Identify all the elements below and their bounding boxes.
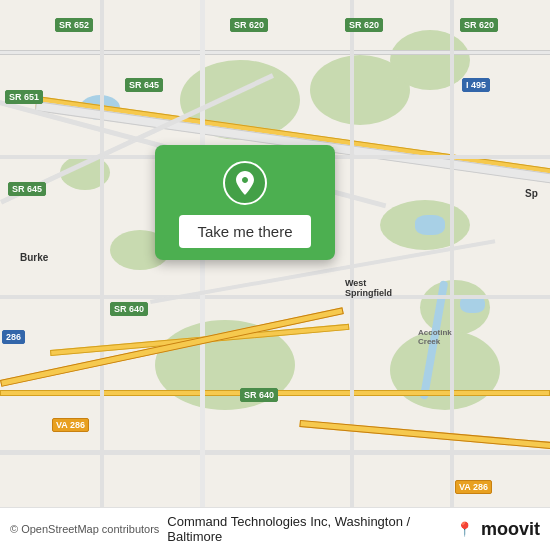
label-west-springfield: WestSpringfield	[345, 278, 392, 298]
label-burke: Burke	[20, 252, 48, 263]
label-sr620c: SR 620	[460, 18, 498, 32]
location-text: Command Technologies Inc, Washington / B…	[167, 514, 450, 544]
road-v2	[200, 0, 205, 550]
label-sr640b: SR 640	[240, 388, 278, 402]
label-sr620b: SR 620	[345, 18, 383, 32]
road-v3	[350, 0, 354, 550]
road-h3	[0, 295, 550, 299]
road-va286-diag2	[299, 420, 550, 450]
park-area	[390, 30, 470, 90]
label-i495: I 495	[462, 78, 490, 92]
label-sr651: SR 651	[5, 90, 43, 104]
location-pin-icon	[223, 161, 267, 205]
label-sr645a: SR 645	[125, 78, 163, 92]
label-accotink: AccotinkCreek	[418, 328, 452, 346]
label-va286b: VA 286	[455, 480, 492, 494]
map-background: SR 652 SR 620 SR 620 SR 620 SR 651 SR 64…	[0, 0, 550, 550]
label-286: 286	[2, 330, 25, 344]
road-h5	[0, 450, 550, 455]
pin-emoji: 📍	[456, 521, 473, 537]
label-sr652: SR 652	[55, 18, 93, 32]
label-sr645b: SR 645	[8, 182, 46, 196]
label-va286a: VA 286	[52, 418, 89, 432]
water-feature	[415, 215, 445, 235]
label-sp: Sp	[525, 188, 538, 199]
road-h1	[0, 50, 550, 55]
moovit-logo: moovit	[481, 519, 540, 540]
map-card: Take me there	[155, 145, 335, 260]
map-container: SR 652 SR 620 SR 620 SR 620 SR 651 SR 64…	[0, 0, 550, 550]
label-sr620a: SR 620	[230, 18, 268, 32]
road-v1	[100, 0, 104, 550]
take-me-there-button[interactable]: Take me there	[179, 215, 310, 248]
location-info: Command Technologies Inc, Washington / B…	[159, 514, 481, 544]
moovit-text: moovit	[481, 519, 540, 540]
bottom-bar: © OpenStreetMap contributors Command Tec…	[0, 507, 550, 550]
road-v4	[450, 0, 454, 550]
map-attribution: © OpenStreetMap contributors	[10, 523, 159, 535]
label-sr640a: SR 640	[110, 302, 148, 316]
